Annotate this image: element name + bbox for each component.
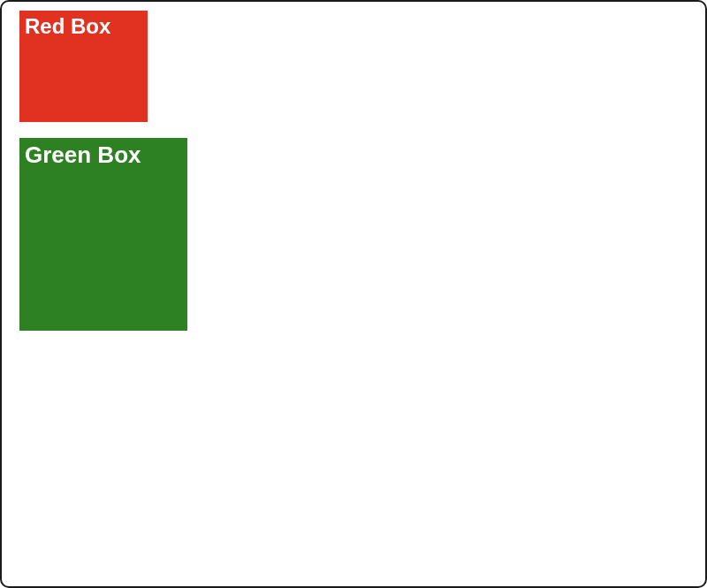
box-container: Red Box Green Box: [2, 2, 705, 331]
green-box-label: Green Box: [25, 141, 141, 169]
red-box-label: Red Box: [25, 14, 110, 39]
red-box: Red Box: [19, 11, 148, 122]
green-box: Green Box: [19, 138, 187, 331]
